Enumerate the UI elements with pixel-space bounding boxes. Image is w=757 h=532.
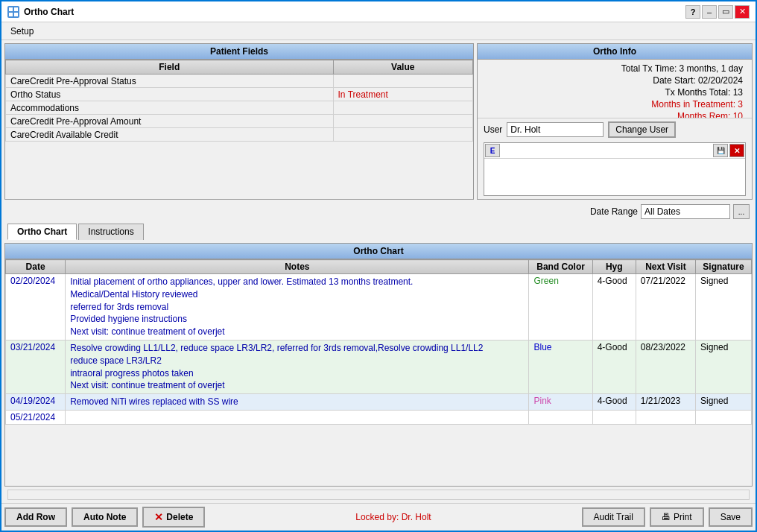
field-name: Accommodations	[6, 101, 334, 115]
audit-trail-button[interactable]: Audit Trail	[582, 507, 645, 527]
field-name: CareCredit Available Credit	[6, 128, 334, 142]
user-row: User Change User	[478, 118, 752, 141]
patient-fields-table: Field Value CareCredit Pre-Approval Stat…	[5, 60, 473, 142]
ortho-chart-table-wrapper[interactable]: DateNotesBand ColorHygNext VisitSignatur…	[5, 259, 752, 486]
date-cell: 02/20/2024	[6, 274, 66, 341]
horizontal-scrollbar[interactable]	[7, 490, 750, 500]
band-color-cell	[529, 410, 592, 424]
delete-note-button[interactable]: ✕	[729, 144, 744, 157]
table-row: CareCredit Pre-Approval Amount	[6, 115, 473, 128]
notes-cell: Initial placement of ortho appliances, u…	[66, 274, 529, 341]
next-visit-cell: 08/23/2022	[636, 340, 695, 393]
svg-rect-0	[9, 7, 13, 11]
column-header: Notes	[66, 260, 529, 274]
note-toolbar: E 💾 ✕	[484, 143, 745, 159]
ortho-info-panel: Ortho Info Total Tx Time: 3 months, 1 da…	[477, 43, 753, 200]
printer-icon: 🖶	[662, 512, 671, 522]
help-button[interactable]: ?	[685, 5, 700, 19]
date-range-input[interactable]	[641, 204, 730, 219]
patient-fields-panel: Patient Fields Field Value CareCredit Pr…	[4, 43, 474, 200]
date-range-picker-button[interactable]: ...	[733, 204, 750, 219]
field-name: CareCredit Pre-Approval Amount	[6, 115, 334, 128]
signature-cell: Signed	[696, 274, 752, 341]
ortho-info-row: Date Start: 02/20/2024	[481, 75, 749, 86]
top-row: Patient Fields Field Value CareCredit Pr…	[4, 43, 753, 200]
table-row: CareCredit Pre-Approval Status	[6, 75, 473, 88]
user-input[interactable]	[507, 122, 604, 137]
info-label: Months in Treatment: 3	[651, 99, 743, 110]
column-header: Date	[6, 260, 66, 274]
field-value	[333, 101, 472, 115]
print-label: Print	[674, 512, 692, 522]
tab-ortho-chart[interactable]: Ortho Chart	[7, 224, 77, 240]
field-name: Ortho Status	[6, 88, 334, 101]
ortho-chart-table: DateNotesBand ColorHygNext VisitSignatur…	[5, 259, 752, 425]
signature-cell: Signed	[696, 394, 752, 411]
auto-note-button[interactable]: Auto Note	[72, 507, 138, 527]
add-row-button[interactable]: Add Row	[4, 507, 67, 527]
ortho-chart-section-header: Ortho Chart	[5, 244, 752, 259]
ortho-info-row: Months Rem: 10	[481, 110, 749, 118]
hyg-cell	[592, 410, 636, 424]
col-value: Value	[333, 60, 472, 75]
table-row: Accommodations	[6, 101, 473, 115]
menu-setup[interactable]: Setup	[4, 25, 39, 38]
hyg-cell: 4-Good	[592, 340, 636, 393]
next-visit-cell: 1/21/2023	[636, 394, 695, 411]
date-range-row: Date Range ...	[4, 203, 753, 221]
date-range-label: Date Range	[590, 206, 638, 217]
notes-cell: Resolve crowding LL1/LL2, reduce space L…	[66, 340, 529, 393]
patient-fields-header: Patient Fields	[5, 44, 473, 60]
svg-rect-3	[14, 13, 18, 16]
notes-cell: Removed NiTi wires replaced with SS wire	[66, 394, 529, 411]
locked-by-user: Dr. Holt	[402, 512, 431, 522]
tabs: Ortho Chart Instructions	[4, 224, 753, 240]
date-cell: 03/21/2024	[6, 340, 66, 393]
window-title: Ortho Chart	[24, 7, 681, 17]
table-row: CareCredit Available Credit	[6, 128, 473, 142]
print-button[interactable]: 🖶 Print	[650, 507, 704, 527]
note-textarea[interactable]	[484, 159, 745, 195]
svg-rect-2	[9, 13, 13, 16]
locked-by-text: Locked by:	[355, 512, 399, 522]
main-window: Ortho Chart ? – ▭ ✕ Setup Patient Fields…	[0, 0, 757, 532]
col-field: Field	[6, 60, 334, 75]
date-cell: 05/21/2024	[6, 410, 66, 424]
band-color-cell: Green	[529, 274, 592, 341]
change-user-button[interactable]: Change User	[608, 121, 676, 138]
svg-rect-1	[14, 7, 18, 11]
field-value	[333, 128, 472, 142]
ortho-chart-section: Ortho Chart DateNotesBand ColorHygNext V…	[4, 243, 753, 487]
field-value: In Treatment	[333, 88, 472, 101]
info-label: Months Rem: 10	[677, 111, 743, 118]
patient-fields-scroll[interactable]: Field Value CareCredit Pre-Approval Stat…	[5, 60, 473, 199]
ortho-info-content[interactable]: Total Tx Time: 3 months, 1 dayDate Start…	[478, 60, 752, 118]
tab-instructions[interactable]: Instructions	[78, 224, 143, 240]
field-value	[333, 75, 472, 88]
save-button[interactable]: Save	[709, 507, 753, 527]
column-header: Signature	[696, 260, 752, 274]
table-row: 04/19/2024Removed NiTi wires replaced wi…	[6, 394, 752, 411]
menu-bar: Setup	[1, 22, 756, 40]
save-note-button[interactable]: 💾	[713, 144, 728, 157]
table-row: 03/21/2024Resolve crowding LL1/LL2, redu…	[6, 340, 752, 393]
app-icon	[7, 6, 19, 18]
minimize-button[interactable]: –	[702, 5, 717, 19]
close-button[interactable]: ✕	[735, 5, 750, 19]
ortho-info-row: Tx Months Total: 13	[481, 86, 749, 98]
delete-icon: ✕	[154, 511, 163, 523]
footer: Add Row Auto Note ✕ Delete Locked by: Dr…	[1, 503, 756, 531]
signature-cell: Signed	[696, 340, 752, 393]
table-row: 02/20/2024Initial placement of ortho app…	[6, 274, 752, 341]
ortho-info-row: Months in Treatment: 3	[481, 98, 749, 110]
column-header: Band Color	[529, 260, 592, 274]
table-row: Ortho StatusIn Treatment	[6, 88, 473, 101]
window-controls: ? – ▭ ✕	[685, 5, 750, 19]
locked-label: Locked by: Dr. Holt	[209, 512, 577, 522]
edit-note-button[interactable]: E	[485, 144, 500, 157]
restore-button[interactable]: ▭	[718, 5, 733, 19]
delete-button[interactable]: ✕ Delete	[142, 507, 205, 528]
title-bar: Ortho Chart ? – ▭ ✕	[1, 1, 756, 22]
ortho-info-row: Total Tx Time: 3 months, 1 day	[481, 63, 749, 75]
hyg-cell: 4-Good	[592, 274, 636, 341]
